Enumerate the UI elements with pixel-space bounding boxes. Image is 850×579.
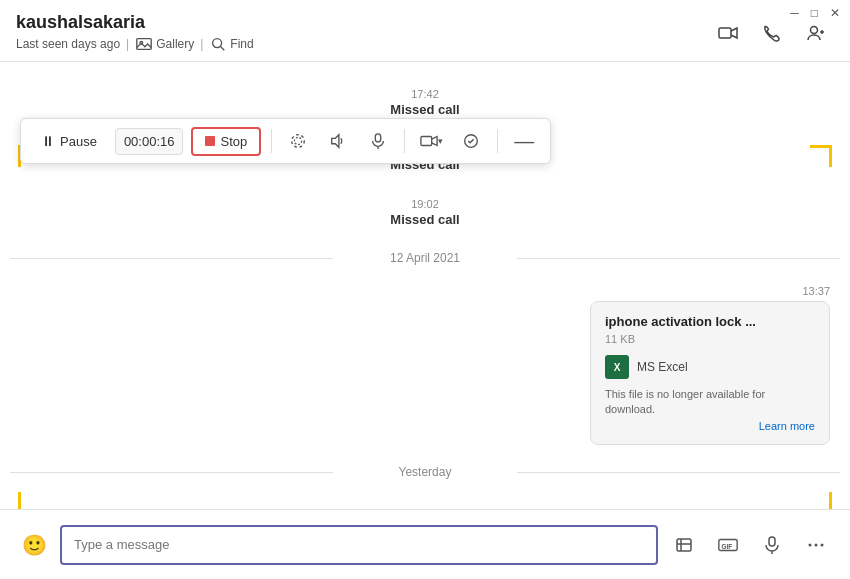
msg-label-1: Missed call [60, 102, 790, 117]
message-input[interactable] [60, 525, 658, 565]
more-options-button[interactable] [798, 527, 834, 563]
stop-label: Stop [220, 134, 247, 149]
effects-button[interactable] [455, 125, 487, 157]
gallery-link[interactable]: Gallery [135, 35, 194, 53]
file-type-label: MS Excel [637, 360, 688, 374]
camera-chevron: ▾ [438, 136, 443, 146]
msg-time-3: 19:02 [60, 198, 790, 210]
date-separator-yesterday: Yesterday [0, 465, 850, 479]
no-answer-msg: 20:32 No answer [0, 493, 850, 496]
gif-button[interactable]: GIF [710, 527, 746, 563]
chat-header: kaushalsakaria Last seen days ago | Gall… [0, 0, 850, 62]
missed-call-3: 19:02 Missed call [0, 186, 850, 237]
file-type-row: X MS Excel [605, 355, 815, 379]
header-info: kaushalsakaria Last seen days ago | Gall… [16, 12, 254, 53]
svg-point-5 [811, 26, 818, 33]
gallery-label: Gallery [156, 37, 194, 51]
recording-timer: 00:00:16 [115, 128, 184, 155]
contact-name: kaushalsakaria [16, 12, 254, 33]
maximize-button[interactable]: □ [811, 6, 818, 20]
last-seen-text: Last seen days ago [16, 37, 120, 51]
date-separator-april: 12 April 2021 [0, 251, 850, 265]
close-button[interactable]: ✕ [830, 6, 840, 20]
svg-point-8 [295, 137, 302, 144]
svg-rect-11 [376, 134, 381, 142]
header-subtitle: Last seen days ago | Gallery | Find [16, 35, 254, 53]
learn-more-link[interactable]: Learn more [605, 420, 815, 432]
svg-line-3 [221, 47, 225, 51]
file-title: iphone activation lock ... [605, 314, 815, 329]
pause-icon: ⏸ [41, 133, 55, 149]
toolbar-divider-3 [497, 129, 498, 153]
file-message: 13:37 iphone activation lock ... 11 KB X… [0, 279, 850, 451]
attach-button[interactable] [666, 527, 702, 563]
svg-rect-4 [719, 28, 731, 38]
minimize-button[interactable]: ─ [790, 6, 799, 20]
yellow-corner-top-right [810, 145, 832, 167]
file-message-time: 13:37 [802, 285, 830, 297]
emoji-button[interactable]: 🙂 [16, 527, 52, 563]
svg-rect-0 [137, 39, 151, 50]
toolbar-divider-2 [404, 129, 405, 153]
svg-text:GIF: GIF [722, 542, 733, 549]
svg-rect-20 [769, 537, 775, 546]
camera-button[interactable]: ▾ [415, 125, 447, 157]
file-bubble: iphone activation lock ... 11 KB X MS Ex… [590, 301, 830, 445]
msg-label-3: Missed call [60, 212, 790, 227]
svg-point-24 [821, 543, 824, 546]
separator-2: | [200, 37, 203, 51]
chat-footer: 🙂 GIF [0, 509, 850, 579]
msg-time-1: 17:42 [60, 88, 790, 100]
mic-button[interactable] [362, 125, 394, 157]
stop-icon [205, 136, 215, 146]
excel-icon: X [605, 355, 629, 379]
audio-record-button[interactable] [754, 527, 790, 563]
svg-point-23 [815, 543, 818, 546]
find-label: Find [230, 37, 253, 51]
file-unavailable-text: This file is no longer available for dow… [605, 387, 815, 418]
svg-rect-13 [421, 137, 432, 146]
toolbar-divider-1 [271, 129, 272, 153]
svg-point-22 [809, 543, 812, 546]
recording-toolbar: ⏸ Pause 00:00:16 Stop ▾ — [20, 118, 551, 164]
svg-marker-10 [332, 135, 339, 148]
pause-label: Pause [60, 134, 97, 149]
svg-rect-15 [677, 539, 691, 551]
blur-button[interactable] [282, 125, 314, 157]
find-link[interactable]: Find [209, 35, 253, 53]
video-call-button[interactable] [710, 15, 746, 51]
separator-1: | [126, 37, 129, 51]
volume-button[interactable] [322, 125, 354, 157]
audio-call-button[interactable] [754, 15, 790, 51]
svg-point-2 [213, 39, 222, 48]
file-size: 11 KB [605, 333, 815, 345]
minimize-toolbar-button[interactable]: — [508, 126, 540, 157]
pause-button[interactable]: ⏸ Pause [31, 128, 107, 154]
stop-button[interactable]: Stop [191, 127, 261, 156]
svg-point-9 [292, 135, 305, 148]
